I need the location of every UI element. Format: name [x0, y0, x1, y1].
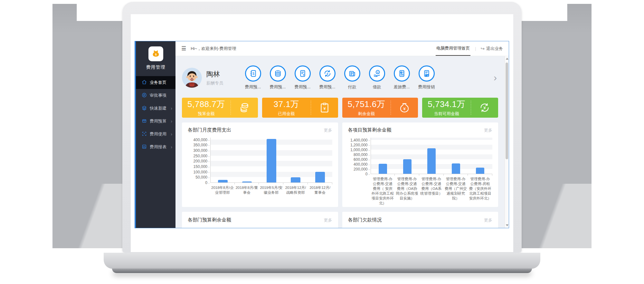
action-label: 费用预...: [241, 84, 265, 90]
sidebar-item-approvals[interactable]: 审批事项: [136, 89, 175, 102]
stat-value: 5,751.6万: [342, 99, 391, 110]
action-expense-budget-3[interactable]: ¥ 费用预...: [290, 65, 315, 90]
action-reimbursement[interactable]: 费用报销: [414, 65, 439, 90]
avatar[interactable]: [182, 68, 202, 88]
budget-icon: $: [142, 118, 150, 124]
action-label: 付款: [340, 84, 365, 90]
plot-area-bg: [210, 138, 332, 183]
sidebar-item-label: 费用使用: [150, 131, 166, 137]
chart-card-dept-arrears: 各部门欠款情况 更多: [342, 212, 498, 228]
action-expense-budget-4[interactable]: $ 费用预...: [315, 65, 340, 90]
bar-slot: [211, 180, 235, 182]
action-expense-budget-1[interactable]: $ 费用预...: [241, 65, 265, 90]
scrollbar-thumb[interactable]: [506, 63, 508, 159]
more-link[interactable]: 更多: [484, 217, 492, 223]
exit-label: 退出业务: [486, 46, 503, 52]
card-header: 各部门欠款情况 更多: [348, 217, 493, 223]
exit-business-button[interactable]: ↪ 退出业务: [480, 46, 503, 52]
dashboard-content: 陶林 薪酬专员 $ 费用预... $ 费用预... ¥: [175, 56, 505, 228]
bar[interactable]: [403, 159, 412, 174]
bar-slot: [468, 168, 493, 174]
sidebar-item-expense-usage[interactable]: ¥ 费用使用 ›: [136, 128, 175, 141]
plot-column: 管理费用-办公费用-交通费用（ 安庆外环北路工程项目安庆外环北）管理费用-办公费…: [371, 138, 493, 206]
y-axis-label: 800,000: [354, 152, 367, 157]
bar[interactable]: [291, 177, 300, 182]
action-borrow[interactable]: ¥ 借款: [365, 65, 389, 90]
bottom-cards-row: 各部门预算剩余金额 更多 各部门欠款情况 更多: [182, 212, 498, 228]
sidebar-item-expense-budget[interactable]: $ 费用预算 ›: [136, 115, 175, 128]
money-bag-icon: $: [151, 48, 161, 59]
bar-slot: [420, 148, 444, 174]
action-expense-budget-2[interactable]: $ 费用预...: [265, 65, 290, 90]
bar[interactable]: [452, 163, 460, 174]
stat-text: 5,751.6万 剩余金额: [342, 99, 391, 117]
y-axis: 0200,000400,000600,000800,0001,000,0001,…: [348, 138, 371, 174]
hamburger-icon[interactable]: ☰: [181, 45, 186, 52]
usage-icon: ¥: [142, 131, 150, 137]
x-axis-label: 2018年8月/企业管理部: [210, 185, 235, 195]
svg-text:$: $: [252, 72, 254, 75]
y-axis-label: 1,200,000: [350, 143, 367, 147]
sidebar-item-business-home[interactable]: 业务首页: [136, 76, 175, 89]
receipt-icon: [344, 65, 360, 82]
stat-card-budget: 5,788.7万 预算金额: [182, 98, 258, 118]
chevron-right-icon: ›: [171, 145, 172, 149]
bar[interactable]: [379, 164, 387, 174]
actions-next-chevron-icon[interactable]: ›: [492, 73, 498, 83]
tab-pc-expense-home[interactable]: 电脑费用管理首页: [436, 41, 470, 56]
x-axis-tick: [444, 174, 468, 176]
y-axis-label: 400,000: [194, 138, 207, 142]
card-header: 各部门预算剩余金额 更多: [188, 217, 332, 223]
stat-text: 37.1万 已用金额: [262, 99, 311, 117]
main-area: ☰ Hi~，欢迎来到-费用管理 电脑费用管理首页 | ↪ 退出业务: [175, 41, 509, 228]
sidebar-item-quick-create[interactable]: 快速新建 ›: [136, 102, 175, 115]
x-axis-tick: [371, 174, 395, 176]
x-axis-labels: 管理费用-办公费用-交通费用（ 安庆外环北路工程项目安庆外环北）管理费用-办公费…: [371, 177, 493, 206]
more-link[interactable]: 更多: [484, 127, 492, 133]
action-label: 费用报销: [414, 84, 439, 90]
stat-value: 5,734.1万: [422, 99, 471, 110]
stat-card-available: 5,734.1万 当前可用金额 ¥: [422, 98, 498, 118]
x-axis-label: 管理费用-办公费用-交通费用（OA协同办公系统项目实施）: [395, 177, 419, 206]
doc-yen-icon: ¥: [295, 65, 311, 82]
more-link[interactable]: 更多: [324, 217, 332, 223]
more-link[interactable]: 更多: [324, 127, 332, 133]
bar[interactable]: [267, 139, 276, 182]
sidebar-item-label: 快速新建: [150, 105, 166, 111]
x-axis-ticks: [371, 174, 493, 176]
y-axis-label: 250,000: [194, 154, 207, 158]
stat-value: 5,788.7万: [182, 99, 231, 110]
sidebar-item-expense-reports[interactable]: 费用报表 ›: [136, 141, 175, 153]
action-label: 差旅费...: [389, 84, 414, 90]
stat-label: 当前可用金额: [422, 111, 471, 117]
chevron-right-icon: ›: [171, 106, 172, 111]
travel-doc-icon: $: [394, 65, 410, 82]
bar[interactable]: [315, 172, 325, 182]
top-bar: ☰ Hi~，欢迎来到-费用管理 电脑费用管理首页 | ↪ 退出业务: [175, 41, 509, 56]
bar[interactable]: [427, 148, 436, 174]
sidebar-item-label: 费用预算: [150, 118, 166, 124]
scroll-down-icon[interactable]: [506, 224, 508, 226]
x-axis-tick: [395, 174, 419, 176]
welcome-text: Hi~，欢迎来到-费用管理: [191, 46, 236, 52]
bar[interactable]: [242, 181, 252, 182]
action-payment[interactable]: 付款: [340, 65, 365, 90]
action-label: 费用预...: [290, 84, 315, 90]
bar[interactable]: [476, 168, 484, 174]
chart-title: 各部门欠款情况: [348, 217, 382, 223]
scrollbar[interactable]: [505, 56, 509, 228]
stat-label: 预算金额: [182, 111, 231, 117]
bar[interactable]: [218, 180, 228, 182]
scroll-up-icon[interactable]: [506, 58, 508, 60]
coins-stack-icon: [231, 102, 258, 113]
coins-icon: $: [270, 65, 286, 82]
sidebar-item-label: 业务首页: [150, 80, 166, 85]
y-axis-label: 1,000,000: [350, 148, 367, 152]
y-axis-label: 200,000: [194, 159, 207, 163]
action-travel-expense[interactable]: $ 差旅费...: [389, 65, 414, 90]
top-bar-right: 电脑费用管理首页 | ↪ 退出业务: [436, 41, 503, 56]
bars: [371, 138, 493, 174]
moneybag-yen-icon: ¥: [391, 102, 418, 113]
y-axis-label: 0: [365, 172, 368, 176]
svg-text:¥: ¥: [483, 105, 486, 110]
